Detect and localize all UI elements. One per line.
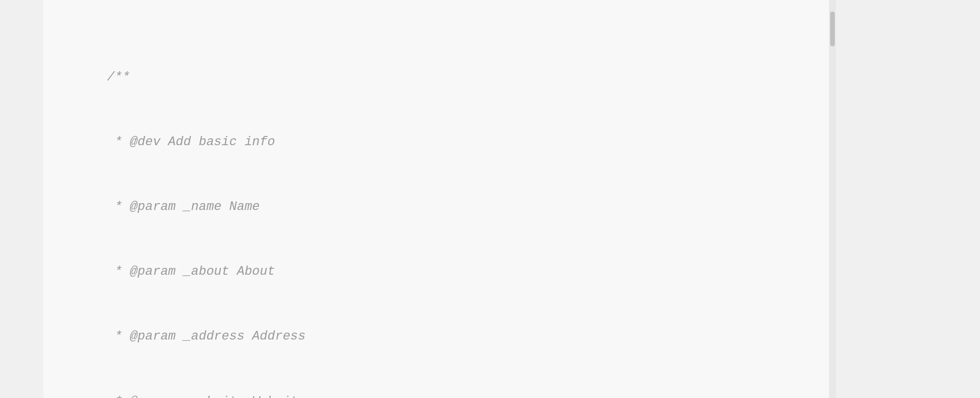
line-jsdoc-param-name: * @param _name Name xyxy=(107,196,836,218)
line-jsdoc-param-address: * @param _address Address xyxy=(107,326,836,347)
code-content: /** * @dev Add basic info * @param _name… xyxy=(107,23,836,398)
line-jsdoc-open: /** xyxy=(107,67,836,88)
line-jsdoc-dev: * @dev Add basic info xyxy=(107,131,836,153)
scrollbar[interactable] xyxy=(829,0,836,398)
code-editor: /** * @dev Add basic info * @param _name… xyxy=(43,0,836,398)
scrollbar-thumb[interactable] xyxy=(830,12,835,46)
line-jsdoc-param-website: * @param _website Website xyxy=(107,391,836,398)
line-jsdoc-param-about: * @param _about About xyxy=(107,261,836,282)
